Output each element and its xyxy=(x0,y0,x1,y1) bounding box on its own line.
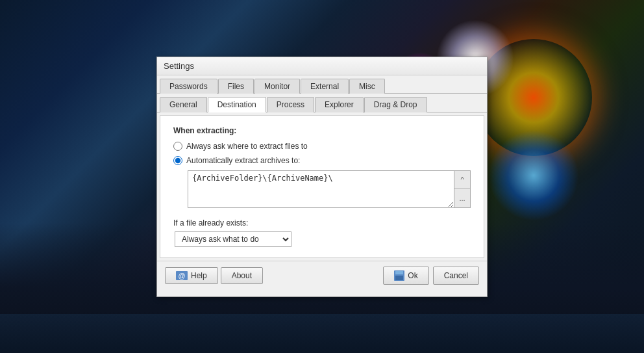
dialog-content: When extracting: Always ask where to ext… xyxy=(160,115,484,258)
about-label: About xyxy=(232,271,252,280)
path-button-group: ^ ... xyxy=(454,171,470,207)
cancel-button[interactable]: Cancel xyxy=(433,267,479,285)
dialog-overlay: Settings Passwords Files Monitor Externa… xyxy=(0,0,644,353)
tabs-row-1: Passwords Files Monitor External Misc xyxy=(157,75,487,94)
help-button[interactable]: Help xyxy=(165,267,218,284)
radio-row-1: Always ask where to extract files to xyxy=(173,142,471,151)
tab-external[interactable]: External xyxy=(301,79,349,94)
tab-dragdrop[interactable]: Drag & Drop xyxy=(364,97,427,112)
footer-right: Ok Cancel xyxy=(383,267,479,285)
settings-dialog: Settings Passwords Files Monitor Externa… xyxy=(156,57,488,297)
radio-row-2: Automatically extract archives to: xyxy=(173,156,471,165)
about-button[interactable]: About xyxy=(221,267,263,284)
tabs-row-2: General Destination Process Explorer Dra… xyxy=(157,94,487,112)
file-exists-dropdown-container: Always ask what to do Overwrite existing… xyxy=(175,231,471,247)
floppy-icon xyxy=(394,270,404,281)
path-container: {ArchiveFolder}\{ArchiveName}\ ^ ... xyxy=(188,170,471,208)
tab-misc[interactable]: Misc xyxy=(349,79,385,94)
tab-monitor[interactable]: Monitor xyxy=(254,79,300,94)
tab-destination[interactable]: Destination xyxy=(208,97,266,112)
path-browse-button[interactable]: ... xyxy=(454,189,470,207)
help-label: Help xyxy=(191,271,207,280)
when-extracting-label: When extracting: xyxy=(173,126,471,135)
radio-ask-where[interactable] xyxy=(173,142,182,151)
tab-process[interactable]: Process xyxy=(267,97,314,112)
dialog-footer: Help About Ok Cancel xyxy=(157,261,487,290)
email-icon xyxy=(176,271,188,280)
tab-explorer[interactable]: Explorer xyxy=(315,97,364,112)
tab-files[interactable]: Files xyxy=(218,79,254,94)
radio-auto-extract[interactable] xyxy=(173,156,182,165)
file-exists-label: If a file already exists: xyxy=(173,218,248,228)
cancel-label: Cancel xyxy=(444,271,468,280)
path-up-button[interactable]: ^ xyxy=(454,171,470,189)
footer-left: Help About xyxy=(165,267,263,284)
radio-auto-extract-label: Automatically extract archives to: xyxy=(186,156,300,165)
dialog-titlebar: Settings xyxy=(157,57,487,75)
path-input[interactable]: {ArchiveFolder}\{ArchiveName}\ xyxy=(188,171,454,207)
tab-passwords[interactable]: Passwords xyxy=(160,79,217,94)
file-exists-dropdown[interactable]: Always ask what to do Overwrite existing… xyxy=(175,231,291,247)
tab-general[interactable]: General xyxy=(160,97,207,112)
radio-ask-where-label: Always ask where to extract files to xyxy=(186,142,308,151)
ok-label: Ok xyxy=(408,271,417,280)
ok-button[interactable]: Ok xyxy=(383,267,428,285)
file-exists-row: If a file already exists: xyxy=(173,218,471,228)
dialog-title: Settings xyxy=(164,61,194,71)
